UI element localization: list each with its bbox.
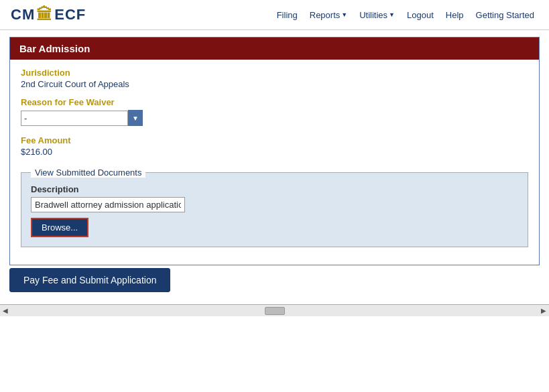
description-label: Description [31, 184, 518, 194]
section-title: Bar Admission [19, 43, 90, 54]
reports-dropdown-arrow: ▼ [341, 11, 347, 18]
jurisdiction-value: 2nd Circuit Court of Appeals [21, 79, 528, 89]
nav-logout[interactable]: Logout [403, 7, 438, 23]
fee-amount-section: Fee Amount $216.00 [21, 135, 528, 157]
horizontal-scrollbar[interactable]: ◀ ▶ [0, 304, 549, 316]
view-submitted-docs-link[interactable]: View Submitted Documents [31, 168, 145, 178]
scroll-right-arrow[interactable]: ▶ [541, 307, 546, 314]
section-header: Bar Admission [10, 38, 539, 60]
navigation: Filing Reports ▼ Utilities ▼ Logout Help… [273, 7, 538, 23]
fee-waiver-select-wrapper: - ▼ [21, 110, 528, 126]
documents-fieldset: View Submitted Documents Description Bro… [21, 168, 528, 247]
form-body: Jurisdiction 2nd Circuit Court of Appeal… [10, 60, 539, 265]
logo-ecf: ECF [54, 6, 86, 23]
logo-icon: 🏛 [36, 5, 53, 24]
jurisdiction-label: Jurisdiction [21, 68, 528, 78]
documents-legend: View Submitted Documents [31, 168, 145, 178]
logo-cm: CM [11, 6, 35, 23]
fee-waiver-section: Reason for Fee Waiver - ▼ [21, 97, 528, 126]
content-box: Bar Admission Jurisdiction 2nd Circuit C… [9, 37, 540, 265]
utilities-dropdown-arrow: ▼ [389, 11, 395, 18]
fee-amount-value: $216.00 [21, 147, 528, 157]
logo: CM 🏛 ECF [11, 5, 86, 24]
jurisdiction-section: Jurisdiction 2nd Circuit Court of Appeal… [21, 68, 528, 89]
scroll-thumb[interactable] [265, 307, 285, 315]
header: CM 🏛 ECF Filing Reports ▼ Utilities ▼ Lo… [0, 0, 549, 30]
fee-waiver-label: Reason for Fee Waiver [21, 97, 528, 107]
nav-filing[interactable]: Filing [273, 7, 302, 23]
nav-getting-started[interactable]: Getting Started [472, 7, 538, 23]
fee-waiver-select[interactable]: - [21, 111, 128, 126]
fee-waiver-dropdown-btn[interactable]: ▼ [128, 110, 143, 126]
nav-utilities[interactable]: Utilities ▼ [355, 7, 399, 23]
submit-button[interactable]: Pay Fee and Submit Application [9, 268, 170, 292]
nav-help[interactable]: Help [442, 7, 468, 23]
nav-reports[interactable]: Reports ▼ [306, 7, 351, 23]
fee-amount-label: Fee Amount [21, 135, 528, 145]
description-input[interactable] [31, 197, 185, 212]
main-wrapper: Bar Admission Jurisdiction 2nd Circuit C… [0, 30, 549, 304]
browse-button[interactable]: Browse... [31, 218, 88, 237]
scroll-left-arrow[interactable]: ◀ [3, 307, 8, 314]
